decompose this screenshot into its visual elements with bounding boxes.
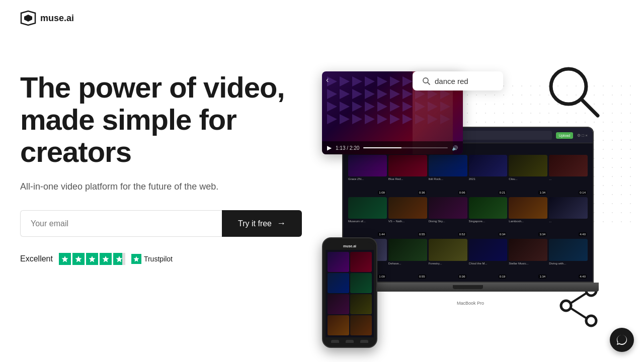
svg-marker-34 [377,114,387,124]
phone-thumb-4[interactable] [350,273,372,293]
app-upload-button[interactable]: Upload [556,132,573,139]
svg-marker-38 [390,114,400,124]
volume-icon[interactable]: 🔊 [452,145,458,151]
arrow-icon: → [277,218,286,229]
phone-thumb-3[interactable] [328,273,349,293]
video-thumb-3[interactable]: 0:06Ibili Rock... [429,155,467,196]
svg-marker-35 [390,76,400,86]
star-5-half [113,253,125,265]
svg-marker-39 [403,76,413,86]
video-thumb-1[interactable]: 1:09Grace ZN... [348,155,387,196]
svg-marker-42 [403,114,413,124]
phone-nav [326,337,374,343]
svg-marker-28 [365,89,375,99]
try-free-button[interactable]: Try it free → [222,210,302,237]
svg-marker-5 [102,256,109,262]
trustpilot-rating-label: Excellent [20,254,53,263]
phone-content [326,250,374,337]
video-play-button[interactable]: ▶ [327,144,332,151]
trustpilot-logo: Trustpilot [131,254,173,264]
logo[interactable]: muse.ai [20,10,74,26]
logo-icon [20,10,36,26]
svg-marker-18 [327,114,337,124]
email-input[interactable] [20,210,222,237]
video-thumb-12[interactable]: 4:40... [549,197,588,238]
svg-marker-36 [390,89,400,99]
phone-thumb-6[interactable] [350,294,372,314]
laptop-label: MacBook Pro [457,301,484,306]
svg-marker-4 [89,256,95,262]
phone-thumb-5[interactable] [328,294,349,314]
star-4 [100,253,112,265]
phone-nav-videos[interactable] [346,340,354,343]
search-bubble: dance red [413,71,503,90]
phone-logo-text: muse.ai [343,244,356,248]
search-bubble-icon [422,76,431,85]
svg-line-56 [428,82,430,84]
phone-nav-profile[interactable] [360,340,368,343]
svg-line-9 [582,100,598,116]
video-thumb-6[interactable]: 0:14... [549,155,588,196]
svg-line-13 [572,294,586,303]
star-3 [86,253,98,265]
phone-thumb-1[interactable] [328,252,349,272]
video-back-button[interactable]: ‹ [326,75,329,84]
video-thumb-14[interactable]: 0:55Dehave... [388,239,427,280]
svg-marker-30 [365,114,375,124]
svg-marker-22 [340,114,350,124]
video-thumb-7[interactable]: 1:44Museum of... [348,197,387,238]
video-thumb-16[interactable]: 0:19Chisd the M... [469,239,508,280]
video-progress-bar[interactable] [363,147,448,148]
svg-marker-1 [24,15,32,22]
svg-marker-2 [61,256,68,262]
video-thumb-5[interactable]: 1:34Clou... [509,155,547,196]
logo-text: muse.ai [40,13,74,24]
hero-illustration: ‹ ▶ 1:13 / 2:20 🔊 dance red [312,56,624,358]
phone-thumb-8[interactable] [350,315,372,335]
phone-frame: muse.ai [322,237,377,348]
header: muse.ai [0,0,644,36]
svg-marker-32 [377,89,387,99]
svg-marker-27 [365,76,375,86]
video-thumb-17[interactable]: 1:34Stellar Music... [509,239,547,280]
hero-headline: The power of video, made simple for crea… [20,71,322,167]
video-thumb-2[interactable]: 0:36Blue Red... [388,155,427,196]
trustpilot-stars [59,253,125,265]
svg-marker-16 [327,89,337,99]
video-grid: 1:09Grace ZN... 0:36Blue Red... 0:06Ibil… [343,153,593,282]
svg-marker-19 [340,76,350,86]
main-container: The power of video, made simple for crea… [0,36,644,358]
svg-marker-31 [377,76,387,86]
svg-marker-40 [403,89,413,99]
video-thumb-11[interactable]: 3:34Lambosh... [509,197,547,238]
phone-thumb-7[interactable] [328,315,349,335]
left-content: The power of video, made simple for crea… [20,56,322,265]
star-2 [72,253,85,265]
laptop-notch [453,285,483,289]
svg-point-12 [561,301,571,311]
svg-marker-17 [327,102,337,112]
chat-support-button[interactable] [610,328,634,352]
trustpilot-row: Excellent [20,253,322,265]
search-bubble-text: dance red [435,77,468,85]
video-thumb-10[interactable]: 0:34Singapore... [469,197,508,238]
svg-marker-6 [116,256,122,262]
video-thumb-15[interactable]: 0:36Forestry... [429,239,467,280]
phone-screen: muse.ai [326,242,374,343]
cta-row: Try it free → [20,210,302,237]
svg-marker-37 [390,102,400,112]
star-1 [59,253,71,265]
svg-marker-29 [365,102,375,112]
phone-thumb-2[interactable] [350,252,372,272]
phone-nav-home[interactable] [331,340,339,343]
video-thumb-9[interactable]: 0:52Diving Sky... [429,197,467,238]
video-thumb-8[interactable]: 0:55VS – Nath... [388,197,427,238]
video-progress-fill [363,147,401,148]
phone-mockup: muse.ai [322,237,377,348]
video-thumb-4[interactable]: 0:212021 [469,155,508,196]
phone-app-header: muse.ai [326,242,374,250]
video-thumb-18[interactable]: 4:40Diving with... [549,239,588,280]
svg-marker-24 [352,89,362,99]
app-controls: ⚙ □ × [577,133,588,138]
video-controls: ▶ 1:13 / 2:20 🔊 [322,141,463,154]
